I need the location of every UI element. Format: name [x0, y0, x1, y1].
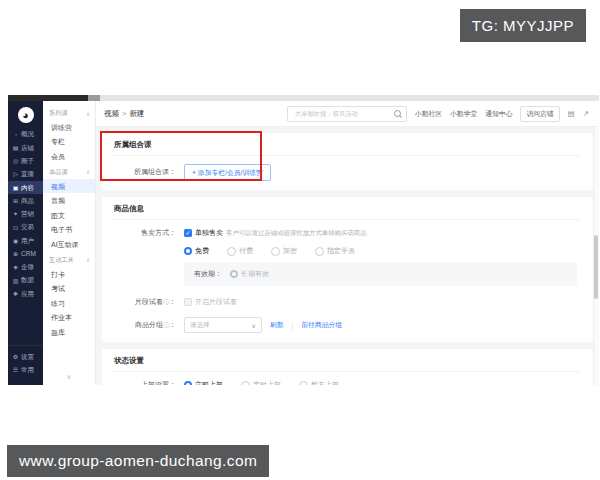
- radio-selected-gray-icon[interactable]: [230, 270, 238, 278]
- search-icon[interactable]: [394, 110, 401, 117]
- sale-mode-row: 售卖方式： ✓ 单独售卖 客户可以通过店铺或链接投放方式单独购买该商品: [114, 228, 581, 238]
- refresh-link[interactable]: 刷新: [270, 320, 284, 330]
- shelf-option-now[interactable]: 立即上架: [184, 380, 223, 385]
- price-option-paid[interactable]: 付费: [227, 246, 253, 256]
- section-title-product: 商品信息: [114, 204, 581, 220]
- overview-icon: ◔: [12, 132, 19, 138]
- radio-label: 付费: [239, 246, 253, 256]
- external-link-icon[interactable]: ↗: [583, 110, 589, 118]
- nav-item-audio[interactable]: 音频: [43, 193, 95, 208]
- breadcrumb-separator: >: [122, 109, 126, 118]
- trial-row: 片段试看ⓘ： 开启片段试看: [114, 297, 581, 307]
- single-sale-hint: 客户可以通过店铺或链接投放方式单独购买该商品: [226, 229, 367, 238]
- sidebar-item-shop[interactable]: ▤店铺: [8, 141, 43, 154]
- breadcrumb-parent[interactable]: 视频: [104, 109, 119, 119]
- nav-group-series[interactable]: 系列课∧: [43, 105, 95, 120]
- validity-panel: 有效期： 长期有效: [184, 262, 577, 286]
- nav-item-column[interactable]: 专栏: [43, 135, 95, 150]
- nav-item-imagetext[interactable]: 图文: [43, 208, 95, 223]
- trial-label-text: 片段试看: [135, 298, 163, 305]
- nav-item-ai-course[interactable]: AI互动课: [43, 237, 95, 252]
- sidebar-item-wecom[interactable]: ◈企微: [8, 261, 43, 274]
- sidebar-item-label: 常用: [21, 367, 34, 374]
- sidebar-item-settings[interactable]: ⚙设置: [8, 350, 43, 363]
- sidebar-item-label: 直播: [21, 171, 34, 178]
- nav-item-exam[interactable]: 考试: [43, 281, 95, 296]
- nav-group-single-course[interactable]: 单品课∧: [43, 164, 95, 179]
- link-notifications[interactable]: 通知中心: [485, 109, 512, 119]
- scrollbar-track[interactable]: [593, 127, 599, 385]
- nav-item-checkin[interactable]: 打卡: [43, 267, 95, 282]
- label-colon: ：: [169, 298, 176, 305]
- nav-item-practice[interactable]: 练习: [43, 296, 95, 311]
- combo-course-label: 所属组合课：: [114, 168, 176, 176]
- sidebar-item-trade[interactable]: ⊡交易: [8, 221, 43, 234]
- search-input[interactable]: [293, 109, 391, 118]
- nav-group-label: 系列课: [49, 109, 68, 118]
- visit-shop-button[interactable]: 访问店铺: [520, 106, 559, 122]
- sidebar-item-label: 概况: [21, 131, 34, 138]
- select-placeholder: 请选择: [190, 321, 210, 330]
- radio-icon: [227, 247, 236, 256]
- price-option-assigned[interactable]: 指定学员: [315, 246, 355, 256]
- sidebar-item-crm[interactable]: ⊕CRM: [8, 248, 43, 261]
- sidebar-item-label: CRM: [21, 251, 36, 258]
- chevron-down-icon[interactable]: ∨: [43, 370, 95, 385]
- users-icon: ◉: [12, 238, 19, 244]
- logo-glyph: ◕: [22, 110, 29, 121]
- chevron-up-icon: ∧: [86, 257, 90, 263]
- section-title-combo: 所属组合课: [114, 140, 581, 156]
- live-icon: ▷: [12, 171, 19, 177]
- nav-item-video[interactable]: 视频: [43, 179, 95, 194]
- radio-label: 定时上架: [253, 380, 281, 385]
- sidebar-item-community[interactable]: ◎圈子: [8, 155, 43, 168]
- sidebar-item-live[interactable]: ▷直播: [8, 168, 43, 181]
- sidebar-item-goods[interactable]: ⊞商品: [8, 194, 43, 207]
- validity-label: 有效期：: [194, 269, 222, 279]
- data-icon: ▥: [12, 278, 19, 284]
- radio-label: 立即上架: [195, 380, 223, 385]
- goto-group-link[interactable]: 前往商品分组: [301, 320, 342, 330]
- radio-icon: [299, 381, 308, 386]
- main-area: 视频 > 新建 小鹅社区 小鹅学堂 通知中心 访问店铺 ▤: [96, 101, 599, 385]
- nav-item-ebook[interactable]: 电子书: [43, 223, 95, 238]
- nav-group-tools[interactable]: 互动工具∧: [43, 252, 95, 267]
- combo-course-card: 所属组合课 所属组合课： + 添加专栏/会员/训练营: [102, 133, 593, 190]
- sidebar-item-frequent[interactable]: ☰常用: [8, 364, 43, 377]
- select-caret-icon: ∨: [252, 322, 256, 329]
- sidebar-item-users[interactable]: ◉用户: [8, 234, 43, 247]
- nav-item-training-camp[interactable]: 训练营: [43, 120, 95, 135]
- wecom-icon: ◈: [12, 264, 19, 270]
- shelf-label: 上架设置：: [114, 381, 176, 385]
- nav-item-question-bank[interactable]: 题库: [43, 325, 95, 340]
- nav-item-member[interactable]: 会员: [43, 149, 95, 164]
- validity-value: 长期有效: [241, 269, 269, 279]
- nav-item-homework[interactable]: 作业本: [43, 311, 95, 326]
- sidebar-item-data[interactable]: ▥数据: [8, 274, 43, 287]
- status-card: 状态设置 上架设置： 立即上架 定时上架 暂不上架 保存: [102, 349, 593, 385]
- scrollbar-thumb[interactable]: [594, 235, 598, 299]
- link-academy[interactable]: 小鹅学堂: [450, 109, 477, 119]
- sidebar-item-label: 商品: [21, 198, 34, 205]
- sidebar-item-label: 数据: [21, 277, 34, 284]
- group-select[interactable]: 请选择 ∨: [184, 317, 262, 333]
- price-option-encrypted[interactable]: 加密: [271, 246, 297, 256]
- notice-icon[interactable]: ▤: [568, 110, 575, 118]
- link-community[interactable]: 小鹅社区: [415, 109, 442, 119]
- sidebar-item-overview[interactable]: ◔概况: [8, 128, 43, 141]
- shelf-option-later[interactable]: 暂不上架: [299, 380, 339, 385]
- add-combo-button[interactable]: + 添加专栏/会员/训练营: [184, 164, 271, 181]
- sidebar-item-marketing[interactable]: ✦营销: [8, 208, 43, 221]
- radio-label: 免费: [195, 246, 209, 256]
- shelf-option-scheduled[interactable]: 定时上架: [241, 380, 281, 385]
- admin-screenshot: ◕ ◔概况 ▤店铺 ◎圈子 ▷直播 ▣内容 ⊞商品 ✦营销 ⊡交易 ◉用户 ⊕C…: [8, 95, 599, 385]
- app-logo-icon: ◕: [18, 107, 34, 123]
- radio-icon: [315, 247, 324, 256]
- nav-group-label: 单品课: [49, 168, 68, 177]
- sidebar-item-label: 店铺: [21, 145, 34, 152]
- trial-checkbox[interactable]: [184, 298, 192, 306]
- sidebar-item-apps[interactable]: ❖应用: [8, 287, 43, 300]
- single-sale-checkbox[interactable]: ✓: [184, 229, 192, 237]
- sidebar-item-content[interactable]: ▣内容: [8, 181, 43, 194]
- price-option-free[interactable]: 免费: [184, 246, 209, 256]
